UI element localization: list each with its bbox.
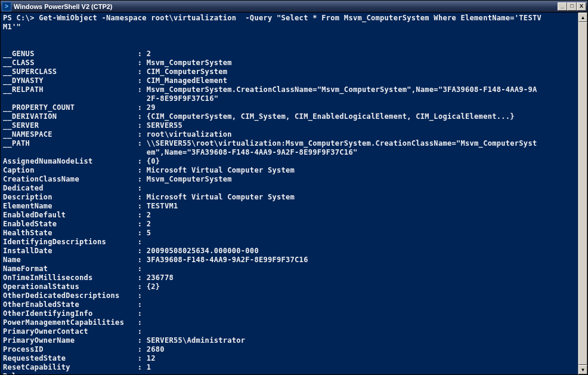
window-title: Windows PowerShell V2 (CTP2) — [14, 3, 558, 10]
scroll-down-button[interactable]: ▼ — [578, 365, 587, 374]
scrollbar-track[interactable] — [578, 22, 587, 365]
maximize-button[interactable]: □ — [567, 2, 577, 11]
vertical-scrollbar[interactable]: ▲ ▼ — [578, 13, 587, 374]
scroll-up-button[interactable]: ▲ — [578, 13, 587, 22]
scrollbar-thumb[interactable] — [578, 22, 587, 365]
powershell-window: > Windows PowerShell V2 (CTP2) _ □ X PS … — [0, 0, 588, 375]
client-area: PS C:\> Get-WmiObject -Namespace root\vi… — [1, 13, 587, 374]
terminal-output[interactable]: PS C:\> Get-WmiObject -Namespace root\vi… — [1, 13, 578, 374]
app-icon: > — [2, 2, 11, 11]
titlebar[interactable]: > Windows PowerShell V2 (CTP2) _ □ X — [1, 1, 587, 13]
window-controls: _ □ X — [558, 2, 586, 11]
close-button[interactable]: X — [577, 2, 586, 11]
minimize-button[interactable]: _ — [558, 2, 567, 11]
